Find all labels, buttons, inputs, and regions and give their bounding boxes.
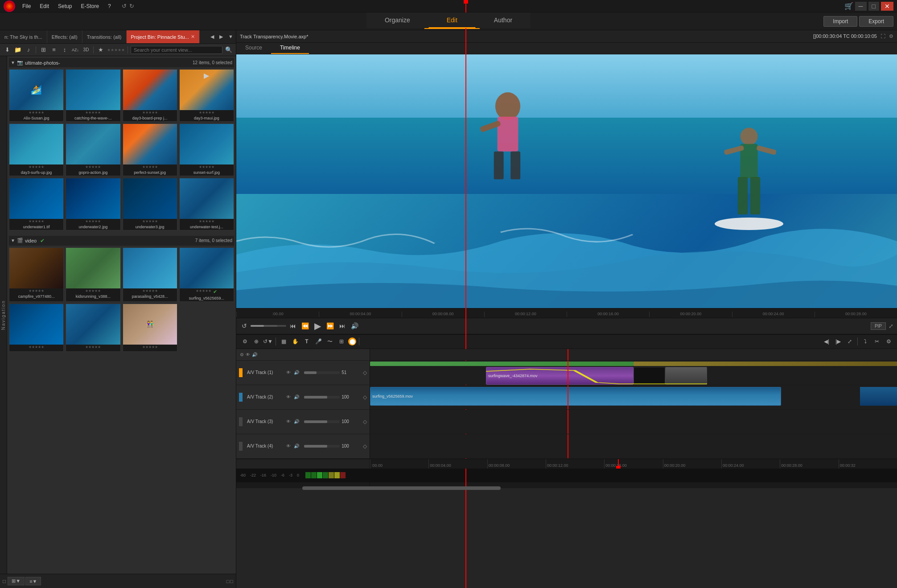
close-tab-icon[interactable]: ✕ — [191, 34, 195, 40]
speaker-icon-av3[interactable]: 🔊 — [293, 419, 300, 425]
next-frame-btn[interactable]: ⏩ — [325, 321, 336, 330]
lp-tab-project[interactable]: Project Bin: Pinnacle Stu... ✕ — [127, 30, 200, 43]
eye-icon-av2[interactable]: 👁 — [285, 394, 292, 400]
menu-file[interactable]: File — [21, 2, 33, 10]
tab-next-arrow[interactable]: ▶ — [217, 32, 226, 41]
tl-gear2-icon[interactable]: ⚙ — [884, 337, 893, 346]
media-item-v6[interactable]: ★★★★★ — [66, 304, 120, 352]
tab-organize[interactable]: Organize — [366, 12, 428, 28]
menu-estore[interactable]: E-Store — [79, 2, 101, 10]
tl-multitrack-icon[interactable]: ⊞ — [337, 337, 346, 346]
skip-start-btn[interactable]: ⏮ — [288, 321, 298, 330]
media-item-wedding[interactable]: 👫 ★★★★★ — [123, 304, 177, 352]
pip-button[interactable]: PIP — [871, 322, 886, 330]
clip-black-av1[interactable] — [634, 367, 665, 385]
tl-cut-icon[interactable]: ✂ — [872, 337, 882, 346]
tc-settings-icon[interactable]: ⚙ — [889, 33, 893, 39]
scrollbar-thumb[interactable] — [302, 486, 501, 490]
keyframe-diamond-av2[interactable]: ◇ — [363, 394, 367, 400]
search-icon[interactable]: 🔍 — [224, 45, 233, 54]
volume-bar-av4[interactable] — [304, 445, 340, 448]
import-media-icon[interactable]: ⬇ — [3, 45, 12, 54]
media-item-campfire[interactable]: ★★★★★ campfire_v977480... — [9, 247, 64, 302]
tc-fullscreen-icon[interactable]: ⛶ — [881, 33, 885, 39]
video-section-header[interactable]: ▼ 🎬 video ✔ 7 items, 0 selected — [9, 236, 234, 246]
tl-wave-icon[interactable]: 〜 — [325, 337, 335, 346]
keyframe-diamond-av3[interactable]: ◇ — [363, 419, 367, 425]
cart-icon[interactable]: 🛒 — [844, 2, 853, 11]
tl-mic-icon[interactable]: 🎤 — [313, 337, 323, 346]
lp-tab-transitions[interactable]: Transitions: (all) — [82, 30, 127, 43]
music-icon[interactable]: ♪ — [24, 45, 33, 54]
menu-help[interactable]: ? — [106, 2, 113, 10]
view-list-icon[interactable]: ≡ — [49, 45, 58, 54]
clip-gray-av1[interactable] — [665, 367, 708, 385]
tl-expand-icon[interactable]: ⤢ — [845, 337, 855, 346]
eye-icon-av1[interactable]: 👁 — [285, 370, 292, 376]
section-collapse-arrow[interactable]: ▼ — [11, 60, 15, 65]
tab-timeline[interactable]: Timeline — [271, 43, 309, 54]
speaker-icon-av4[interactable]: 🔊 — [293, 443, 300, 449]
clip-surfvid-av2[interactable]: surfing_v5625659.mov — [370, 387, 781, 406]
media-item[interactable]: ★★★★★ underwater2.jpg — [66, 178, 120, 230]
prev-frame-btn[interactable]: ⏪ — [300, 321, 311, 330]
export-button[interactable]: Export — [859, 16, 893, 27]
loop-btn[interactable]: ↺ — [240, 321, 249, 330]
media-item[interactable]: ★★★★★ underwater3.jpg — [123, 178, 177, 230]
star-filter-icon[interactable]: ★ — [96, 45, 105, 54]
media-item-parasail[interactable]: ★★★★★ parasailing_v5428... — [123, 247, 177, 302]
media-item[interactable]: ★★★★★ day3-board-prep j... — [123, 69, 177, 122]
volume-bar-av3[interactable] — [304, 420, 340, 423]
volume-bar-av1[interactable] — [304, 371, 340, 374]
volume-bar-av2[interactable] — [304, 396, 340, 399]
media-item[interactable]: ★★★★★ gopro-action.jpg — [66, 123, 120, 176]
menu-edit[interactable]: Edit — [38, 2, 51, 10]
tab-prev-arrow[interactable]: ◀ — [208, 32, 217, 41]
grid-view-btn[interactable]: ⊞▼ — [8, 577, 25, 585]
photos-section-header[interactable]: ▼ 📷 ultimate-photos- 12 items, 0 selecte… — [9, 58, 234, 67]
media-item[interactable]: 🏄 ★★★★★ Alix-Susan.jpg — [9, 69, 64, 122]
minimize-btn[interactable]: ─ — [855, 2, 867, 11]
media-item[interactable]: ★★★★★ perfect-sunset.jpg — [123, 123, 177, 176]
tl-scrollbar[interactable] — [236, 482, 897, 488]
section-collapse-arrow-video[interactable]: ▼ — [11, 238, 15, 243]
3d-icon[interactable]: 3D — [82, 45, 91, 54]
volume-btn[interactable]: 🔊 — [349, 321, 360, 330]
tl-hand-icon[interactable]: ✋ — [290, 337, 300, 346]
tl-bar-chart-icon[interactable]: ▦ — [279, 337, 288, 346]
speaker-icon-small[interactable]: 🔊 — [252, 352, 257, 357]
media-item-v5[interactable]: ★★★★★ — [9, 304, 64, 352]
media-item[interactable]: ★★★★★ catching-the-wave-... — [66, 69, 120, 122]
speaker-icon-av1[interactable]: 🔊 — [293, 370, 300, 376]
volume-slider[interactable] — [251, 325, 286, 327]
redo-btn[interactable]: ↻ — [129, 3, 134, 9]
clip-surfvid-thumb-av2[interactable] — [860, 387, 897, 406]
keyframe-diamond-av4[interactable]: ◇ — [363, 443, 367, 449]
tl-title-icon[interactable]: T — [302, 337, 312, 346]
media-item[interactable]: ★★★★★ underwater-test.j... — [179, 178, 234, 230]
folder-icon[interactable]: 📁 — [13, 45, 22, 54]
media-item[interactable]: ★★★★★ day3-surfs-up.jpg — [9, 123, 64, 176]
media-item[interactable]: ▶ ★★★★★ day3-maui.jpg — [179, 69, 234, 122]
media-item-surfvid[interactable]: ★★★★★ ✔ surfing_v5625659... — [179, 247, 234, 302]
search-input[interactable] — [131, 46, 222, 54]
expand-btn[interactable]: ⤢ — [889, 323, 893, 329]
close-btn[interactable]: ✕ — [881, 2, 893, 11]
tl-orange-icon[interactable]: ⬤ — [348, 337, 356, 345]
sort-az-icon[interactable]: AZ↓ — [71, 45, 80, 54]
tl-magnet-icon[interactable]: ⊕ — [251, 337, 261, 346]
volume-track[interactable] — [251, 325, 277, 327]
tab-expand-arrow[interactable]: ▼ — [226, 32, 236, 41]
view-grid-icon[interactable]: ⊞ — [39, 45, 48, 54]
tl-settings-icon[interactable]: ⚙ — [240, 337, 250, 346]
play-btn[interactable]: ▶ — [313, 320, 323, 332]
menu-setup[interactable]: Setup — [56, 2, 74, 10]
sort-icon[interactable]: ↕ — [60, 45, 69, 54]
tab-author[interactable]: Author — [476, 12, 531, 28]
eye-icon[interactable]: 👁 — [246, 352, 250, 357]
media-item[interactable]: ★★★★★ sunset-surf.jpg — [179, 123, 234, 176]
tl-zoom-out-icon[interactable]: |▶ — [833, 337, 843, 346]
speaker-icon-av2[interactable]: 🔊 — [293, 394, 300, 400]
import-button[interactable]: Import — [823, 16, 857, 27]
eye-icon-av4[interactable]: 👁 — [285, 443, 292, 449]
